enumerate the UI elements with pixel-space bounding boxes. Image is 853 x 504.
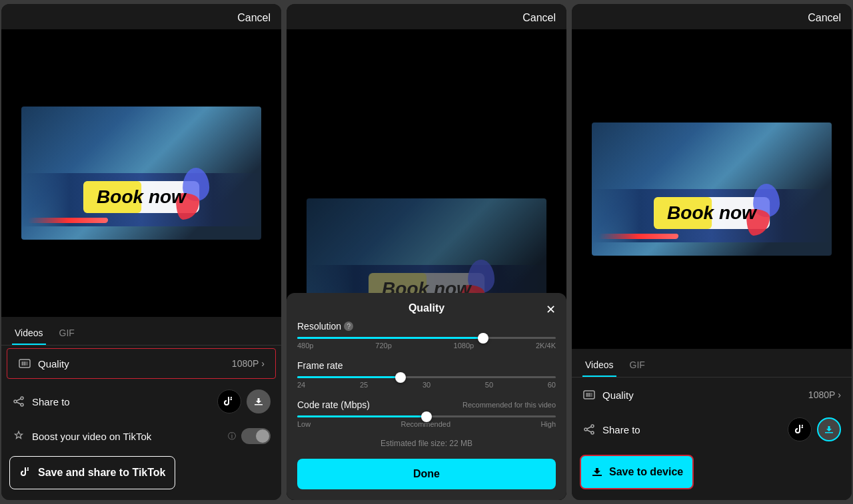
share-label-left: Share to	[32, 396, 217, 407]
share-icon-right	[582, 423, 596, 436]
coderate-fill	[297, 415, 426, 417]
tabs-left: Videos GIF	[1, 322, 281, 346]
quality-value-right: 1080P	[808, 389, 835, 400]
red-streak-right	[598, 234, 678, 239]
modal-close-button[interactable]: ✕	[546, 302, 556, 317]
fr-label-25: 25	[360, 381, 368, 389]
cancel-button-middle[interactable]: Cancel	[522, 12, 556, 24]
fr-label-60: 60	[548, 381, 556, 389]
framerate-thumb[interactable]	[395, 372, 406, 383]
quality-chevron-left: ›	[261, 358, 265, 369]
resolution-thumb[interactable]	[478, 333, 488, 344]
svg-rect-19	[825, 432, 833, 433]
resolution-section: Resolution ? 480p 720p 1080p 2K/4K	[297, 321, 556, 350]
svg-point-6	[21, 403, 23, 406]
panel-right: Cancel Book now Videos GIF	[572, 4, 852, 500]
red-streak	[27, 218, 108, 223]
share-icon-left	[12, 395, 25, 408]
tiktok-share-icon-right[interactable]	[788, 417, 812, 441]
sticker-blue-mid	[468, 260, 494, 293]
cancel-button-left[interactable]: Cancel	[237, 12, 271, 24]
tiktok-share-icon[interactable]	[217, 389, 241, 413]
fr-label-50: 50	[485, 381, 493, 389]
framerate-slider[interactable]: 24 25 30 50 60	[297, 376, 556, 389]
panel-middle-header: Cancel	[287, 4, 566, 29]
download-share-icon[interactable]	[247, 389, 271, 413]
resolution-label: Resolution ?	[297, 321, 556, 332]
cancel-button-right[interactable]: Cancel	[808, 12, 841, 24]
modal-header: Quality ✕	[297, 293, 556, 321]
share-row-left[interactable]: Share to	[1, 381, 281, 421]
res-label-1080: 1080p	[454, 342, 474, 350]
fr-label-24: 24	[297, 381, 305, 389]
video-thumbnail-left: Book now	[21, 107, 261, 240]
coderate-thumb[interactable]	[421, 411, 432, 422]
svg-point-15	[584, 428, 587, 431]
quality-label-right: Quality	[602, 389, 808, 401]
recommended-note: Recommended for this video	[462, 401, 556, 409]
toggle-knob	[256, 429, 269, 443]
svg-line-18	[587, 430, 591, 432]
modal-title: Quality	[409, 302, 444, 314]
framerate-fill	[297, 376, 401, 378]
tabs-right: Videos GIF	[572, 354, 852, 378]
coderate-section: Code rate (Mbps) Recommended for this vi…	[297, 399, 556, 428]
tab-gif-right[interactable]: GIF	[627, 354, 648, 377]
video-area-left: Book now	[1, 29, 281, 317]
panel-left: Cancel Book now Videos GIF	[1, 4, 281, 500]
boost-label-left: Boost your video on TikTok	[32, 431, 225, 442]
share-label-right: Share to	[602, 424, 788, 435]
svg-line-8	[17, 402, 21, 404]
svg-rect-9	[255, 404, 263, 405]
quality-modal: Quality ✕ Resolution ? 480p 720p 1080p 2…	[287, 293, 566, 500]
res-label-2k4k: 2K/4K	[536, 342, 556, 350]
share-row-right[interactable]: Share to	[572, 409, 852, 449]
quality-label-left: Quality	[38, 358, 232, 370]
svg-line-17	[587, 427, 591, 429]
bottom-controls-left: Videos GIF Quality 1080P ›	[1, 317, 281, 500]
save-tiktok-label: Save and share to TikTok	[38, 467, 165, 479]
video-thumbnail-right: Book now	[592, 123, 832, 256]
coderate-track	[297, 415, 556, 417]
panel-middle: Cancel Book now Quality ✕ Resolution ?	[287, 4, 566, 500]
quality-row-left[interactable]: Quality 1080P ›	[7, 348, 276, 379]
resolution-track	[297, 337, 556, 339]
boost-icon-left	[12, 429, 25, 443]
svg-line-7	[17, 399, 21, 401]
framerate-section: Frame rate 24 25 30 50 60	[297, 360, 556, 389]
save-device-label: Save to device	[609, 466, 683, 478]
svg-rect-20	[592, 475, 602, 476]
download-share-icon-right[interactable]	[817, 417, 841, 441]
tab-videos-right[interactable]: Videos	[582, 354, 616, 377]
save-device-button[interactable]: Save to device	[580, 455, 694, 489]
res-label-480: 480p	[297, 342, 313, 350]
framerate-track	[297, 376, 556, 378]
bottom-controls-right: Videos GIF Quality 1080P ›	[572, 349, 852, 500]
tab-gif-left[interactable]: GIF	[57, 322, 77, 345]
panel-right-header: Cancel	[572, 4, 852, 29]
boost-info-icon: ⓘ	[228, 431, 236, 442]
quality-icon-left	[18, 357, 31, 370]
quality-value-left: 1080P	[232, 358, 259, 369]
resolution-labels: 480p 720p 1080p 2K/4K	[297, 342, 556, 350]
video-area-right: Book now	[572, 29, 852, 349]
quality-icon-right	[582, 388, 596, 401]
coderate-slider[interactable]: Low Recommended High	[297, 415, 556, 428]
quality-row-right[interactable]: Quality 1080P ›	[572, 380, 852, 409]
book-now-overlay-right: Book now	[654, 197, 770, 229]
save-tiktok-button[interactable]: Save and share to TikTok	[9, 456, 175, 489]
done-button[interactable]: Done	[297, 459, 556, 489]
svg-point-16	[591, 431, 594, 434]
share-icons-left	[217, 389, 271, 413]
framerate-label: Frame rate	[297, 360, 556, 371]
book-now-text-left: Book now	[97, 186, 186, 208]
resolution-fill	[297, 337, 483, 339]
book-now-overlay-left: Book now	[83, 181, 199, 213]
estimated-size: Estimated file size: 22 MB	[297, 439, 556, 448]
tab-videos-left[interactable]: Videos	[12, 322, 46, 345]
quality-chevron-right: ›	[838, 389, 841, 400]
boost-toggle[interactable]	[241, 428, 271, 444]
fr-label-30: 30	[423, 381, 430, 389]
resolution-slider[interactable]: 480p 720p 1080p 2K/4K	[297, 337, 556, 350]
res-label-720: 720p	[375, 342, 391, 350]
